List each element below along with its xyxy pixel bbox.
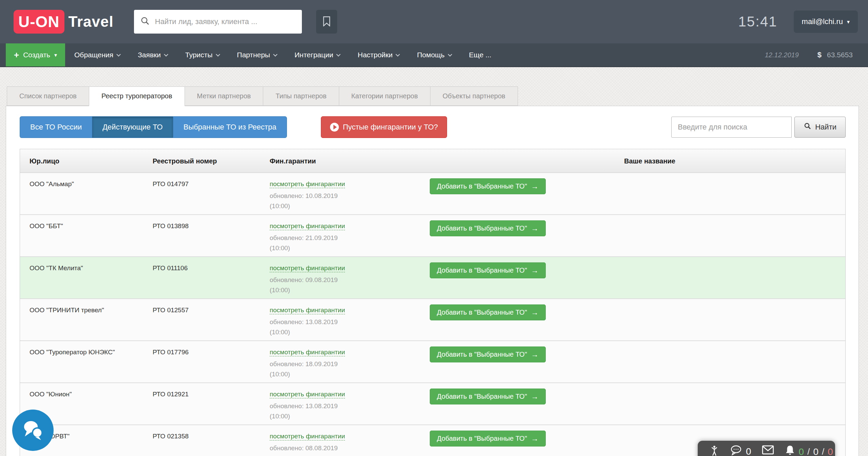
- toolbar: Все ТО России Действующие ТО Выбранные Т…: [20, 116, 846, 138]
- account-menu-button[interactable]: mail@lchi.ru ▾: [794, 11, 858, 33]
- to-filter-group: Все ТО России Действующие ТО Выбранные Т…: [20, 116, 287, 138]
- current-date: 12.12.2019: [765, 51, 799, 59]
- currency-rate[interactable]: $ 63.5653: [817, 51, 853, 59]
- person-icon: [709, 445, 719, 456]
- tab-partner-objects[interactable]: Объекты партнеров: [430, 86, 518, 106]
- filter-selected-to-button[interactable]: Выбранные ТО из Реестра: [173, 116, 287, 138]
- nav-item-tourists[interactable]: Туристы: [176, 43, 228, 66]
- table-search-input[interactable]: [671, 117, 792, 138]
- envelope-icon: [761, 445, 774, 456]
- chevron-down-icon: [448, 52, 452, 57]
- your-name-cell: [615, 173, 845, 214]
- tab-partner-types[interactable]: Типы партнеров: [263, 86, 339, 106]
- view-fingarantii-link[interactable]: посмотреть фингарантии: [270, 391, 345, 398]
- arrow-right-icon: →: [531, 183, 539, 190]
- find-button[interactable]: Найти: [794, 117, 846, 138]
- add-to-selected-button[interactable]: Добавить в "Выбранные ТО" →: [430, 220, 546, 236]
- registry-number: РТО 017796: [143, 341, 260, 382]
- legal-name: ООО "Туроператор ЮНЭКС": [20, 341, 143, 382]
- nav-item-integrations[interactable]: Интеграции: [285, 43, 348, 66]
- chevron-down-icon: [216, 52, 220, 57]
- tab-partner-labels[interactable]: Метки партнеров: [185, 86, 264, 106]
- actions-cell: Добавить в "Выбранные ТО" →: [426, 299, 615, 340]
- add-to-selected-button[interactable]: Добавить в "Выбранные ТО" →: [430, 262, 546, 278]
- mail-button[interactable]: [761, 445, 774, 456]
- add-to-selected-button[interactable]: Добавить в "Выбранные ТО" →: [430, 431, 546, 447]
- nav-item-settings[interactable]: Настройки: [348, 43, 408, 66]
- actions-cell: Добавить в "Выбранные ТО" →: [426, 383, 615, 424]
- view-fingarantii-link[interactable]: посмотреть фингарантии: [270, 180, 345, 188]
- view-fingarantii-link[interactable]: посмотреть фингарантии: [270, 306, 345, 314]
- filter-all-to-button[interactable]: Все ТО России: [20, 116, 92, 138]
- registry-number: РТО 013898: [143, 215, 260, 256]
- chevron-down-icon: ▾: [847, 19, 850, 25]
- view-fingarantii-link[interactable]: посмотреть фингарантии: [270, 349, 345, 356]
- add-to-selected-button[interactable]: Добавить в "Выбранные ТО" →: [430, 346, 546, 362]
- updated-time: (10:00): [270, 244, 426, 252]
- chat-fab-button[interactable]: [12, 410, 54, 451]
- nav-item-appeals[interactable]: Обращения: [65, 43, 129, 66]
- add-to-selected-button[interactable]: Добавить в "Выбранные ТО" →: [430, 304, 546, 320]
- nav-item-help[interactable]: Помощь: [408, 43, 460, 66]
- logo-text: Travel: [69, 13, 114, 30]
- nav-item-requests[interactable]: Заявки: [129, 43, 176, 66]
- empty-fingarantii-button[interactable]: Пустые фингарантии у ТО?: [321, 116, 447, 138]
- table-row: ООО "Юнион" РТО 012921 посмотреть фингар…: [20, 383, 845, 425]
- add-to-selected-button[interactable]: Добавить в "Выбранные ТО" →: [430, 178, 546, 194]
- app-logo[interactable]: U-ON Travel: [14, 10, 114, 34]
- registry-number: РТО 011106: [143, 257, 260, 298]
- count-separator: /: [807, 447, 810, 456]
- fin-guarantees-cell: посмотреть фингарантии обновлено: 10.08.…: [260, 173, 426, 214]
- chat-counter[interactable]: 0: [730, 445, 751, 456]
- partner-tabs: Список партнеров Реестр туроператоров Ме…: [6, 86, 859, 106]
- chat-icon: [730, 445, 742, 456]
- bell-icon: [785, 445, 795, 456]
- updated-date: обновлено: 09.08.2019: [270, 276, 426, 284]
- legal-name: ООО "ТК Мелита": [20, 257, 143, 298]
- tab-partner-categories[interactable]: Категории партнеров: [339, 86, 430, 106]
- updated-date: обновлено: 13.08.2019: [270, 318, 426, 326]
- chat-bubbles-icon: [20, 417, 46, 444]
- fin-guarantees-cell: посмотреть фингарантии обновлено: 08.08.…: [260, 425, 426, 456]
- column-header-legal-entity: Юр.лицо: [20, 149, 143, 173]
- fin-guarantees-cell: посмотреть фингарантии обновлено: 13.08.…: [260, 299, 426, 340]
- legal-name: ООО "ТРИНИТИ тревел": [20, 299, 143, 340]
- arrow-right-icon: →: [531, 309, 539, 316]
- column-header-actions: [426, 149, 615, 173]
- tab-partner-list[interactable]: Список партнеров: [7, 86, 89, 106]
- chevron-down-icon: [396, 52, 400, 57]
- actions-cell: Добавить в "Выбранные ТО" →: [426, 341, 615, 382]
- plus-icon: +: [14, 50, 19, 60]
- updated-time: (10:00): [270, 202, 426, 210]
- bookmark-icon: [323, 16, 331, 27]
- view-fingarantii-link[interactable]: посмотреть фингарантии: [270, 264, 345, 272]
- chat-count: 0: [746, 446, 751, 456]
- play-circle-icon: [330, 123, 339, 132]
- view-fingarantii-link[interactable]: посмотреть фингарантии: [270, 433, 345, 440]
- your-name-cell: [615, 383, 845, 424]
- updated-date: обновлено: 13.08.2019: [270, 402, 426, 410]
- actions-cell: Добавить в "Выбранные ТО" →: [426, 257, 615, 298]
- nav-item-partners[interactable]: Партнеры: [228, 43, 286, 66]
- filter-active-to-button[interactable]: Действующие ТО: [92, 116, 173, 138]
- page-content: Список партнеров Реестр туроператоров Ме…: [0, 67, 868, 456]
- bookmark-button[interactable]: [316, 10, 337, 34]
- fin-guarantees-cell: посмотреть фингарантии обновлено: 13.08.…: [260, 383, 426, 424]
- add-to-selected-button[interactable]: Добавить в "Выбранные ТО" →: [430, 389, 546, 404]
- table-row-highlighted: ООО "ТК Мелита" РТО 011106 посмотреть фи…: [20, 257, 845, 299]
- view-fingarantii-link[interactable]: посмотреть фингарантии: [270, 222, 345, 230]
- create-button[interactable]: + Создать ▾: [6, 43, 65, 66]
- column-header-fin-guarantees: Фин.гарантии: [260, 149, 426, 173]
- table-row: ООО "Туроператор ЮНЭКС" РТО 017796 посмо…: [20, 341, 845, 383]
- registry-number: РТО 012557: [143, 299, 260, 340]
- notifications-counter[interactable]: 0 / 0 / 0: [785, 445, 833, 456]
- tab-tour-operator-registry[interactable]: Реестр туроператоров: [89, 86, 185, 106]
- nav-item-more[interactable]: Еще ...: [460, 43, 501, 66]
- logo-badge: U-ON: [14, 10, 64, 34]
- create-label: Создать: [23, 51, 50, 59]
- assistant-button[interactable]: [709, 445, 719, 456]
- table-header: Юр.лицо Реестровый номер Фин.гарантии Ва…: [20, 149, 845, 173]
- your-name-cell: [615, 257, 845, 298]
- your-name-cell: [615, 215, 845, 256]
- global-search-input[interactable]: [155, 17, 296, 26]
